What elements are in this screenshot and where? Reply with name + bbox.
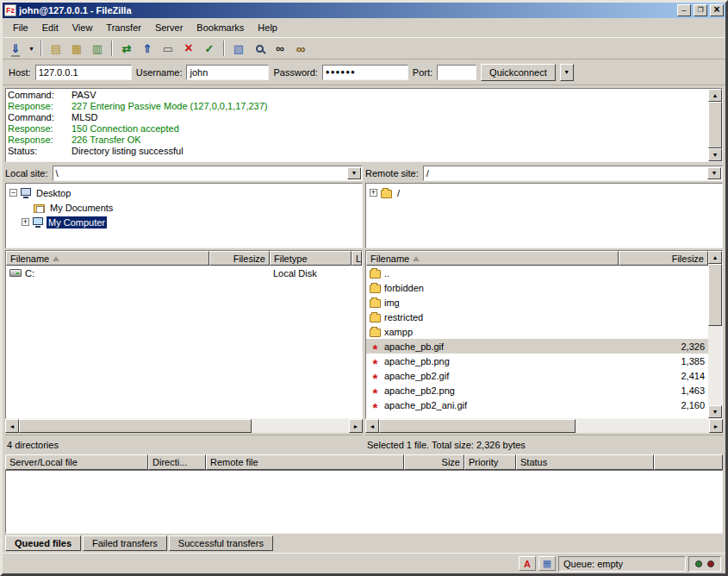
process-queue-button[interactable] bbox=[137, 39, 158, 58]
message-log-toggle-button[interactable] bbox=[46, 39, 66, 58]
message-log-icon bbox=[51, 43, 61, 54]
column-direction[interactable]: Directi... bbox=[148, 454, 206, 470]
file-name: C: bbox=[25, 268, 34, 279]
find-files-button[interactable] bbox=[290, 39, 311, 58]
log-type: Command: bbox=[8, 90, 72, 101]
scroll-left-button[interactable]: ◄ bbox=[5, 419, 19, 433]
tab-failed-transfers[interactable]: Failed transfers bbox=[83, 535, 167, 551]
password-input[interactable] bbox=[322, 65, 408, 80]
scroll-right-button[interactable]: ► bbox=[709, 419, 723, 433]
search-button[interactable] bbox=[249, 39, 270, 58]
menu-bookmarks[interactable]: Bookmarks bbox=[190, 20, 251, 35]
file-row[interactable]: .. bbox=[366, 266, 708, 280]
compare-button[interactable] bbox=[270, 39, 290, 58]
scroll-down-button[interactable]: ▼ bbox=[708, 405, 722, 418]
scroll-thumb[interactable] bbox=[708, 102, 722, 148]
file-row[interactable]: xampp bbox=[366, 324, 708, 339]
log-type: Response: bbox=[8, 101, 72, 112]
column-last-modified[interactable]: L bbox=[352, 251, 362, 266]
maximize-button[interactable] bbox=[694, 4, 707, 16]
column-priority[interactable]: Priority bbox=[464, 454, 516, 470]
scroll-down-button[interactable]: ▼ bbox=[708, 148, 722, 161]
file-row[interactable]: C: Local Disk bbox=[6, 266, 362, 280]
file-type: Local Disk bbox=[270, 268, 352, 279]
local-site-combo[interactable]: \ ▼ bbox=[53, 166, 363, 181]
close-button[interactable] bbox=[710, 4, 724, 16]
folder-icon bbox=[370, 270, 381, 279]
remote-site-combo[interactable]: / ▼ bbox=[423, 166, 723, 181]
queue-view-toggle-button[interactable] bbox=[158, 39, 178, 58]
minimize-button[interactable] bbox=[677, 4, 691, 16]
file-row[interactable]: restricted bbox=[366, 310, 708, 324]
remote-v-scrollbar[interactable]: ▲ ▼ bbox=[708, 251, 722, 418]
scroll-thumb[interactable] bbox=[379, 419, 576, 433]
port-input[interactable] bbox=[437, 65, 476, 80]
remote-tree-toggle-button[interactable] bbox=[87, 39, 108, 58]
refresh-icon bbox=[122, 43, 132, 54]
remote-site-label: Remote site: bbox=[365, 168, 419, 178]
column-size[interactable]: Size bbox=[404, 454, 464, 470]
toolbar-separator bbox=[111, 41, 113, 56]
file-row[interactable]: apache_pb2.png 1,463 bbox=[366, 383, 708, 398]
site-manager-dropdown[interactable]: ▼ bbox=[26, 39, 37, 58]
combo-dropdown-icon[interactable]: ▼ bbox=[707, 167, 721, 179]
column-filesize[interactable]: Filesize bbox=[619, 251, 708, 266]
tab-queued-files[interactable]: Queued files bbox=[5, 535, 81, 551]
menu-transfer[interactable]: Transfer bbox=[99, 20, 148, 35]
column-remote-file[interactable]: Remote file bbox=[206, 454, 404, 470]
scroll-right-button[interactable]: ► bbox=[349, 419, 363, 433]
drive-icon bbox=[9, 269, 22, 277]
connection-status-icon[interactable]: ▦ bbox=[538, 556, 556, 571]
tree-item-root[interactable]: / bbox=[370, 185, 720, 200]
transfer-type-icon[interactable]: A bbox=[519, 556, 536, 571]
menu-file[interactable]: File bbox=[6, 20, 35, 35]
collapse-icon[interactable] bbox=[9, 189, 17, 197]
tree-item-my-documents[interactable]: My Documents bbox=[34, 200, 360, 215]
quickconnect-button[interactable]: Quickconnect bbox=[481, 64, 556, 81]
file-row[interactable]: apache_pb.png 1,385 bbox=[366, 354, 708, 368]
host-input[interactable] bbox=[35, 65, 132, 80]
menu-view[interactable]: View bbox=[65, 20, 100, 35]
local-h-scrollbar[interactable]: ◄ ► bbox=[5, 419, 363, 433]
scroll-thumb[interactable] bbox=[19, 419, 252, 433]
file-row[interactable]: apache_pb2.gif 2,414 bbox=[366, 368, 708, 383]
site-manager-button[interactable] bbox=[5, 39, 26, 58]
menu-server[interactable]: Server bbox=[148, 20, 190, 35]
log-scrollbar[interactable]: ▲ ▼ bbox=[708, 89, 722, 161]
scroll-up-button[interactable]: ▲ bbox=[708, 251, 722, 264]
column-server-local-file[interactable]: Server/Local file bbox=[5, 454, 148, 470]
quickconnect-dropdown[interactable]: ▼ bbox=[560, 64, 574, 81]
file-row-selected[interactable]: apache_pb.gif 2,326 bbox=[366, 339, 708, 354]
tab-successful-transfers[interactable]: Successful transfers bbox=[169, 535, 273, 551]
file-row[interactable]: img bbox=[366, 295, 708, 310]
tree-item-my-computer[interactable]: My Computer bbox=[22, 215, 360, 229]
queue-list[interactable] bbox=[5, 470, 723, 534]
refresh-button[interactable] bbox=[116, 39, 137, 58]
menu-edit[interactable]: Edit bbox=[35, 20, 65, 35]
file-row[interactable]: forbidden bbox=[366, 280, 708, 295]
scroll-left-button[interactable]: ◄ bbox=[365, 419, 379, 433]
log-line: Status:Directory listing successful bbox=[8, 146, 720, 157]
file-name: apache_pb2.png bbox=[384, 385, 455, 396]
expand-icon[interactable] bbox=[22, 218, 29, 226]
file-row[interactable]: apache_pb2_ani.gif 2,160 bbox=[366, 398, 708, 412]
abort-button[interactable] bbox=[178, 39, 199, 58]
scroll-thumb[interactable] bbox=[708, 264, 722, 326]
scroll-up-button[interactable]: ▲ bbox=[708, 89, 722, 102]
filters-button[interactable] bbox=[228, 39, 249, 58]
menu-help[interactable]: Help bbox=[251, 20, 284, 35]
folder-icon bbox=[381, 190, 392, 198]
remote-h-scrollbar[interactable]: ◄ ► bbox=[365, 419, 723, 433]
username-input[interactable] bbox=[186, 65, 269, 80]
expand-icon[interactable] bbox=[370, 189, 377, 197]
disconnect-button[interactable] bbox=[199, 39, 220, 58]
tree-item-desktop[interactable]: Desktop bbox=[9, 185, 360, 200]
combo-dropdown-icon[interactable]: ▼ bbox=[347, 167, 361, 179]
column-filename[interactable]: Filename bbox=[366, 251, 619, 266]
local-site-row: Local site: \ ▼ bbox=[5, 164, 363, 183]
local-tree-toggle-button[interactable] bbox=[66, 39, 87, 58]
column-status[interactable]: Status bbox=[516, 454, 654, 470]
column-filesize[interactable]: Filesize bbox=[209, 251, 270, 266]
column-filetype[interactable]: Filetype bbox=[270, 251, 352, 266]
column-filename[interactable]: Filename bbox=[6, 251, 209, 266]
